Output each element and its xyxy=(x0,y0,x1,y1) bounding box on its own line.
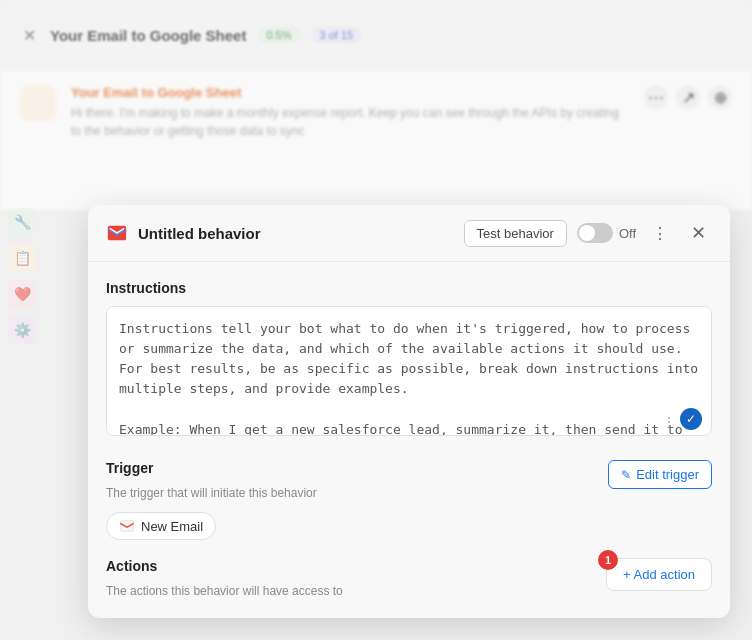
trigger-header: Trigger The trigger that will initiate t… xyxy=(106,460,712,500)
toggle-container[interactable]: Off xyxy=(577,223,636,243)
modal-title: Untitled behavior xyxy=(138,225,454,242)
trigger-section: Trigger The trigger that will initiate t… xyxy=(106,460,712,540)
instructions-wrapper: ⋮ ✓ xyxy=(106,306,712,440)
textarea-dots-icon: ⋮ xyxy=(662,414,676,430)
notification-badge: 1 xyxy=(598,550,618,570)
sidebar-icon-4[interactable]: ⚙️ xyxy=(8,316,36,344)
bg-content-icon xyxy=(20,85,56,121)
toggle-track[interactable] xyxy=(577,223,613,243)
bg-actions: ⋯ ↗ ⊕ xyxy=(644,85,732,195)
add-action-button[interactable]: + Add action xyxy=(606,558,712,591)
instructions-textarea[interactable] xyxy=(106,306,712,436)
edit-trigger-button[interactable]: ✎ Edit trigger xyxy=(608,460,712,489)
bg-content-text: Your Email to Google Sheet Hi there. I'm… xyxy=(71,85,629,195)
edit-trigger-label: Edit trigger xyxy=(636,467,699,482)
trigger-title: Trigger xyxy=(106,460,317,476)
sidebar-icon-1[interactable]: 🔧 xyxy=(8,208,36,236)
modal-header: Untitled behavior Test behavior Off ⋮ ✕ xyxy=(88,205,730,262)
bg-header-title: Your Email to Google Sheet xyxy=(50,27,246,44)
trigger-tag-label: New Email xyxy=(141,519,203,534)
bg-integration-title: Your Email to Google Sheet xyxy=(71,85,629,100)
bg-integration-desc: Hi there. I'm making to make a monthly e… xyxy=(71,104,629,140)
bg-btn-3: ⊕ xyxy=(708,85,732,109)
bg-close-icon: ✕ xyxy=(20,26,38,44)
actions-title: Actions xyxy=(106,558,343,574)
modal-body: Instructions ⋮ ✓ Trigger The trigger tha… xyxy=(88,262,730,618)
add-action-wrapper: 1 + Add action xyxy=(606,558,712,591)
background-content: Your Email to Google Sheet Hi there. I'm… xyxy=(0,70,752,210)
toggle-thumb xyxy=(579,225,595,241)
actions-header: Actions The actions this behavior will h… xyxy=(106,558,712,598)
actions-section: Actions The actions this behavior will h… xyxy=(106,558,712,598)
gmail-icon xyxy=(106,222,128,244)
bg-btn-2: ↗ xyxy=(676,85,700,109)
trigger-tag[interactable]: New Email xyxy=(106,512,216,540)
trigger-subtitle: The trigger that will initiate this beha… xyxy=(106,486,317,500)
trigger-gmail-icon xyxy=(119,518,135,534)
actions-info: Actions The actions this behavior will h… xyxy=(106,558,343,598)
actions-subtitle: The actions this behavior will have acce… xyxy=(106,584,343,598)
bg-btn-1: ⋯ xyxy=(644,85,668,109)
behavior-modal: Untitled behavior Test behavior Off ⋮ ✕ … xyxy=(88,205,730,618)
instructions-title: Instructions xyxy=(106,280,712,296)
toggle-label: Off xyxy=(619,226,636,241)
edit-pencil-icon: ✎ xyxy=(621,468,631,482)
trigger-info: Trigger The trigger that will initiate t… xyxy=(106,460,317,500)
bg-badge-2: 3 of 15 xyxy=(312,27,362,43)
modal-close-button[interactable]: ✕ xyxy=(684,219,712,247)
test-behavior-button[interactable]: Test behavior xyxy=(464,220,567,247)
sidebar-icon-2[interactable]: 📋 xyxy=(8,244,36,272)
bg-badge-1: 0.5% xyxy=(258,27,299,43)
background-header: ✕ Your Email to Google Sheet 0.5% 3 of 1… xyxy=(0,0,752,70)
more-options-button[interactable]: ⋮ xyxy=(646,219,674,247)
sidebar: 🔧 📋 ❤️ ⚙️ xyxy=(0,200,40,352)
textarea-check-icon: ✓ xyxy=(680,408,702,430)
sidebar-icon-3[interactable]: ❤️ xyxy=(8,280,36,308)
